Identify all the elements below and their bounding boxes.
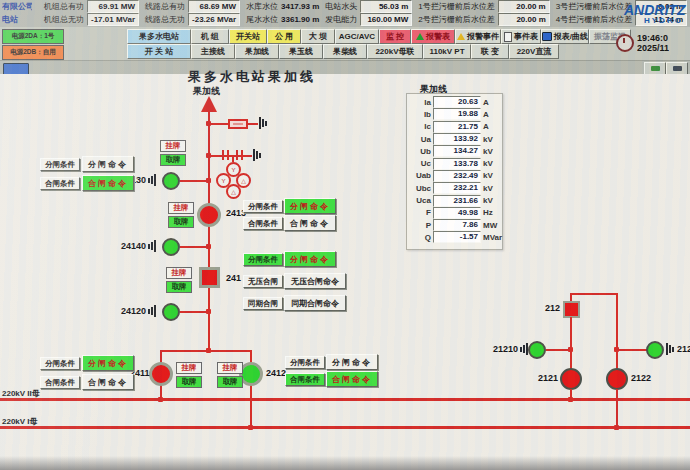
- station-label: 电站: [2, 14, 32, 25]
- breaker-212[interactable]: [563, 301, 580, 318]
- close-condition-24130[interactable]: 合闸条件: [40, 177, 80, 190]
- status-value: 56.03 m: [360, 0, 412, 13]
- close-condition-2413[interactable]: 合闸条件: [243, 217, 283, 230]
- close-command-24130[interactable]: 合闸命令: [82, 175, 134, 191]
- status-value: 160.00 MW: [360, 13, 412, 26]
- stub-21220: [618, 349, 647, 351]
- junction-dot: [206, 178, 211, 183]
- tool-icon-2: [673, 66, 682, 71]
- warning-icon: [457, 33, 465, 40]
- novolt-close-command-241[interactable]: 无压合闸命令: [284, 273, 346, 289]
- tab-monitor[interactable]: 监 控: [379, 29, 411, 44]
- tab-units[interactable]: 机 组: [191, 29, 229, 44]
- open-command-2412[interactable]: 分闸命令: [326, 354, 378, 370]
- breaker-241[interactable]: [199, 267, 220, 288]
- tool-icon-1: [651, 66, 660, 71]
- meas-label: Q: [407, 233, 431, 242]
- earth-switch-24140[interactable]: [162, 238, 180, 256]
- stub-24120: [180, 311, 209, 313]
- novolt-close-condition-241[interactable]: 无压合闸: [243, 275, 283, 288]
- close-condition-2412[interactable]: 合闸条件: [285, 373, 325, 386]
- status-value: 68.69 MW: [188, 0, 240, 13]
- untag-button-2413[interactable]: 取牌: [168, 216, 194, 228]
- logo-line2: HYDRO: [644, 17, 690, 25]
- open-command-24130[interactable]: 分闸命令: [82, 156, 134, 172]
- open-condition-24130[interactable]: 分闸条件: [40, 158, 80, 171]
- tab-110kv-pt[interactable]: 110kV PT: [423, 44, 471, 59]
- toolbar-row-2: 开 关 站 主接线 果加线 果玉线 果柴线 220kV母联 110kV PT 联…: [127, 44, 559, 59]
- tab-guojia-line[interactable]: 果加线: [235, 44, 279, 59]
- tag-button-241[interactable]: 挂牌: [166, 267, 192, 279]
- earth-switch-24130[interactable]: [162, 172, 180, 190]
- clock-date: 2025/11: [637, 43, 669, 53]
- meas-value: 19.88: [433, 108, 481, 120]
- tab-220v-dc[interactable]: 220V直流: [509, 44, 559, 59]
- meas-value: 21.75: [433, 121, 481, 133]
- earth-switch-24120[interactable]: [162, 303, 180, 321]
- status-value: 20.00 m: [498, 13, 550, 26]
- earth-terminal: [148, 240, 157, 252]
- report-curve-button[interactable]: 报表/曲线: [541, 29, 589, 44]
- close-command-2411[interactable]: 合闸命令: [82, 374, 134, 390]
- tab-guochai-line[interactable]: 果柴线: [323, 44, 367, 59]
- untag-button-2411[interactable]: 取牌: [176, 376, 202, 388]
- meas-value: 232.49: [433, 170, 481, 182]
- tab-agc-avc[interactable]: AGC/AVC: [335, 29, 379, 44]
- open-command-2411[interactable]: 分闸命令: [82, 355, 134, 371]
- alarm-table-button[interactable]: 报警表: [411, 29, 455, 44]
- tab-guoyu-line[interactable]: 果玉线: [279, 44, 323, 59]
- close-condition-2411[interactable]: 合闸条件: [40, 376, 80, 389]
- open-condition-2412[interactable]: 分闸条件: [285, 356, 325, 369]
- open-condition-2413[interactable]: 分闸条件: [243, 200, 283, 213]
- earth-switch-21220[interactable]: [646, 341, 664, 359]
- meas-label: Uca: [407, 196, 431, 205]
- drop-2412-bus: [250, 384, 252, 429]
- close-command-2412[interactable]: 合闸命令: [326, 371, 378, 387]
- open-command-2413[interactable]: 分闸命令: [284, 198, 336, 214]
- label-2122: 2122: [631, 373, 651, 383]
- capacitor-symbol: [222, 150, 232, 160]
- andritz-logo: ANDRITZ HYDRO: [624, 3, 690, 25]
- status-label: 尾水水位: [246, 14, 278, 25]
- meas-unit: A: [483, 110, 489, 119]
- junction-dot: [206, 348, 211, 353]
- page-title: 果多水电站果加线: [188, 68, 316, 86]
- tag-button-24130[interactable]: 挂牌: [160, 140, 186, 152]
- disconnector-2413[interactable]: [197, 203, 221, 227]
- status-value: -23.26 MVar: [188, 13, 240, 26]
- meas-label: P: [407, 221, 431, 230]
- bus-2: [0, 398, 690, 401]
- tab-station-home[interactable]: 果多水电站: [127, 29, 191, 44]
- sync-close-command-241[interactable]: 同期合闸命令: [284, 295, 346, 311]
- sync-close-condition-241[interactable]: 同期合闸: [243, 297, 283, 310]
- tab-220kv-bustie[interactable]: 220kV母联: [367, 44, 423, 59]
- logo-line1: ANDRITZ: [624, 3, 690, 17]
- disconnector-2411[interactable]: [149, 362, 173, 386]
- tag-button-2413[interactable]: 挂牌: [168, 202, 194, 214]
- event-table-button[interactable]: 事件表: [501, 29, 541, 44]
- tab-dam[interactable]: 大 坝: [301, 29, 335, 44]
- close-command-2413[interactable]: 合闸命令: [284, 215, 336, 231]
- tag-button-2412[interactable]: 挂牌: [217, 362, 243, 374]
- tab-switchyard[interactable]: 开关站: [229, 29, 267, 44]
- tab-transformer[interactable]: 联 变: [471, 44, 509, 59]
- meas-value: 231.66: [433, 195, 481, 207]
- open-condition-241[interactable]: 分闸条件: [243, 253, 283, 266]
- disconnector-2121[interactable]: [560, 368, 582, 390]
- disconnector-2122[interactable]: [606, 368, 628, 390]
- open-command-241[interactable]: 分闸命令: [284, 251, 336, 267]
- tab-common[interactable]: 公 用: [267, 29, 301, 44]
- open-condition-2411[interactable]: 分闸条件: [40, 357, 80, 370]
- untag-button-241[interactable]: 取牌: [166, 281, 192, 293]
- untag-button-2412[interactable]: 取牌: [217, 376, 243, 388]
- tab-main-wiring[interactable]: 主接线: [191, 44, 235, 59]
- clock-block: 19:46:0 2025/11: [616, 33, 690, 54]
- earth-switch-21210[interactable]: [528, 341, 546, 359]
- alarm-event-button[interactable]: 报警事件: [455, 29, 501, 44]
- tab-switch-station[interactable]: 开 关 站: [127, 44, 191, 59]
- junction-dot: [206, 153, 211, 158]
- power-source-b-chip[interactable]: 电源2DB：自用: [2, 45, 64, 60]
- untag-button-24130[interactable]: 取牌: [160, 154, 186, 166]
- power-source-a-chip[interactable]: 电源2DA：1号: [2, 29, 64, 44]
- tag-button-2411[interactable]: 挂牌: [176, 362, 202, 374]
